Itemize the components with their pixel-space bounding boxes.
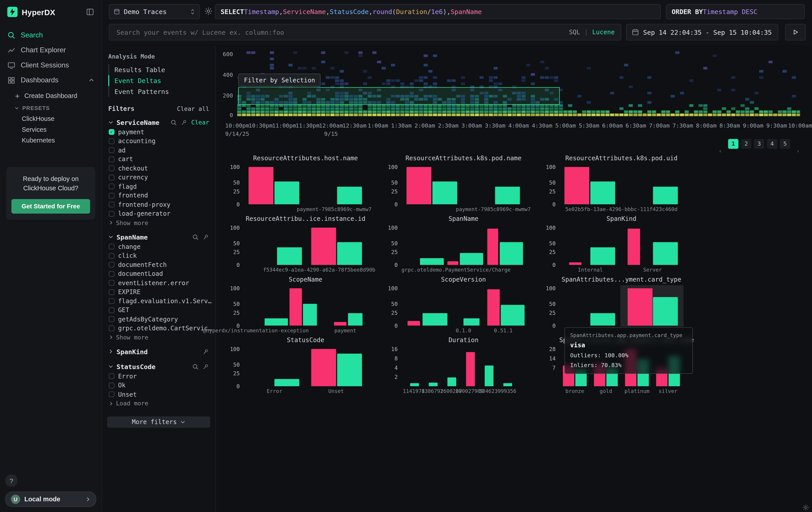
checkbox[interactable] — [109, 325, 115, 331]
filter-option-checkout[interactable]: checkout — [102, 164, 215, 173]
search-input[interactable] — [115, 28, 565, 37]
chart-plot[interactable] — [401, 227, 526, 265]
filter-option-frontend-proxy[interactable]: frontend-proxy — [102, 200, 215, 209]
pagination-page-1[interactable]: 1 — [728, 139, 738, 149]
analysis-mode-results-table[interactable]: Results Table — [108, 64, 215, 75]
more-filters-button[interactable]: More filters — [107, 416, 210, 427]
help-button[interactable]: ? — [5, 475, 18, 487]
settings-gear-icon[interactable] — [802, 504, 810, 511]
filter-by-selection-button[interactable]: Filter by Selection — [238, 74, 321, 87]
checkbox[interactable] — [109, 174, 115, 180]
sidebar-item-dashboards[interactable]: Dashboards — [0, 73, 102, 88]
checkbox[interactable] — [109, 307, 115, 313]
chart-plot[interactable] — [559, 288, 684, 326]
checkbox[interactable] — [109, 280, 115, 286]
filter-option-grpc-oteldemo-cartservic[interactable]: grpc.oteldemo.CartServic… — [102, 324, 215, 333]
checkbox[interactable] — [109, 211, 115, 217]
filter-option-get[interactable]: GET — [102, 306, 215, 315]
checkbox[interactable] — [109, 138, 115, 144]
filter-option-currency[interactable]: currency — [102, 173, 215, 182]
chart-plot[interactable] — [401, 288, 526, 326]
date-range-picker[interactable]: Sep 14 22:04:35 - Sep 15 10:04:35 — [626, 24, 778, 41]
checkbox[interactable] — [109, 193, 115, 198]
sidebar-collapse-icon[interactable] — [86, 8, 94, 16]
search-icon[interactable] — [171, 119, 177, 126]
pagination-page-4[interactable]: 4 — [767, 139, 777, 149]
checkbox[interactable] — [109, 373, 115, 379]
preset-item-services[interactable]: Services — [0, 125, 102, 135]
filter-option-ad[interactable]: ad — [102, 145, 215, 155]
checkbox[interactable] — [109, 244, 115, 249]
pin-icon[interactable] — [203, 234, 209, 240]
filter-option-click[interactable]: click — [102, 251, 215, 260]
checkbox[interactable] — [109, 382, 115, 388]
pagination-page-2[interactable]: 2 — [741, 139, 752, 149]
lang-toggle-sql[interactable]: SQL — [569, 28, 580, 36]
checkbox-checked[interactable]: ✓ — [109, 129, 115, 135]
pin-icon[interactable] — [203, 363, 209, 370]
preset-item-kubernetes[interactable]: Kubernetes — [0, 135, 102, 146]
sql-select-editor[interactable]: SELECT Timestamp, ServiceName, StatusCod… — [215, 4, 661, 19]
checkbox[interactable] — [109, 202, 115, 208]
get-started-button[interactable]: Get Started for Free — [11, 199, 90, 214]
filter-option-accounting[interactable]: accounting — [102, 137, 215, 146]
chart-plot[interactable] — [401, 349, 526, 386]
chart-plot[interactable] — [243, 288, 368, 326]
filter-option-error[interactable]: Error — [102, 372, 215, 381]
filter-group-header-servicename[interactable]: ServiceNameClear — [102, 117, 215, 128]
create-dashboard-button[interactable]: Create Dashboard — [0, 90, 102, 102]
filter-option-flagd-evaluation-v1-serv[interactable]: flagd.evaluation.v1.Serv… — [102, 297, 215, 306]
filter-option-eventlistener-error[interactable]: eventListener.error — [102, 278, 215, 288]
preset-item-clickhouse[interactable]: ClickHouse — [0, 113, 102, 125]
pin-icon[interactable] — [203, 348, 209, 355]
checkbox[interactable] — [109, 392, 115, 397]
source-select[interactable]: Demo Traces — [109, 4, 200, 19]
chart-plot[interactable] — [243, 167, 368, 204]
clear-all-button[interactable]: Clear all — [177, 105, 209, 113]
chart-plot[interactable] — [559, 167, 684, 204]
filter-group-header-spanname[interactable]: SpanName — [102, 232, 215, 242]
show-more-button[interactable]: Show more — [102, 218, 215, 227]
lang-toggle-lucene[interactable]: Lucene — [592, 28, 615, 36]
filter-clear-button[interactable]: Clear — [191, 119, 209, 126]
checkbox[interactable] — [109, 316, 115, 322]
checkbox[interactable] — [109, 157, 115, 162]
filter-group-header-spankind[interactable]: SpanKind — [102, 346, 215, 357]
filter-option-cart[interactable]: cart — [102, 155, 215, 164]
checkbox[interactable] — [109, 253, 115, 259]
sidebar-item-client-sessions[interactable]: Client Sessions — [0, 58, 102, 73]
order-by-editor[interactable]: ORDER BY Timestamp DESC — [666, 4, 805, 19]
checkbox[interactable] — [109, 147, 115, 153]
checkbox[interactable] — [109, 289, 115, 295]
chart-plot[interactable] — [243, 349, 368, 386]
search-icon[interactable] — [192, 234, 199, 240]
filter-option-expire[interactable]: EXPIRE — [102, 287, 215, 297]
source-settings-gear-icon[interactable] — [204, 7, 213, 16]
load-more-button[interactable]: Load more — [102, 399, 215, 408]
checkbox[interactable] — [109, 262, 115, 268]
chart-plot[interactable] — [401, 167, 526, 204]
filter-option-flagd[interactable]: flagd — [102, 182, 215, 191]
filter-option-change[interactable]: change — [102, 242, 215, 251]
analysis-mode-event-patterns[interactable]: Event Patterns — [108, 86, 215, 97]
filter-option-getadsbycategory[interactable]: getAdsByCategory — [102, 315, 215, 324]
checkbox[interactable] — [109, 166, 115, 171]
search-icon[interactable] — [192, 363, 199, 370]
heatmap-selection-rect[interactable] — [238, 87, 560, 105]
checkbox[interactable] — [109, 184, 115, 189]
events-heatmap[interactable] — [237, 50, 800, 117]
filter-option-payment[interactable]: ✓payment — [102, 128, 215, 137]
pagination-page-3[interactable]: 3 — [754, 139, 764, 149]
sidebar-item-chart-explorer[interactable]: Chart Explorer — [0, 43, 102, 58]
run-query-button[interactable] — [785, 24, 806, 41]
filter-option-documentfetch[interactable]: documentFetch — [102, 260, 215, 269]
filter-group-header-statuscode[interactable]: StatusCode — [102, 361, 215, 372]
checkbox[interactable] — [109, 298, 115, 304]
chart-plot[interactable] — [243, 227, 368, 265]
pagination-page-5[interactable]: 5 — [780, 139, 790, 149]
sidebar-item-search[interactable]: Search — [0, 27, 102, 43]
pagination-prev[interactable]: ‹ — [715, 146, 726, 156]
filter-option-load-generator[interactable]: load-generator — [102, 209, 215, 218]
filter-option-unset[interactable]: Unset — [102, 390, 215, 399]
analysis-mode-event-deltas[interactable]: Event Deltas — [108, 75, 215, 86]
